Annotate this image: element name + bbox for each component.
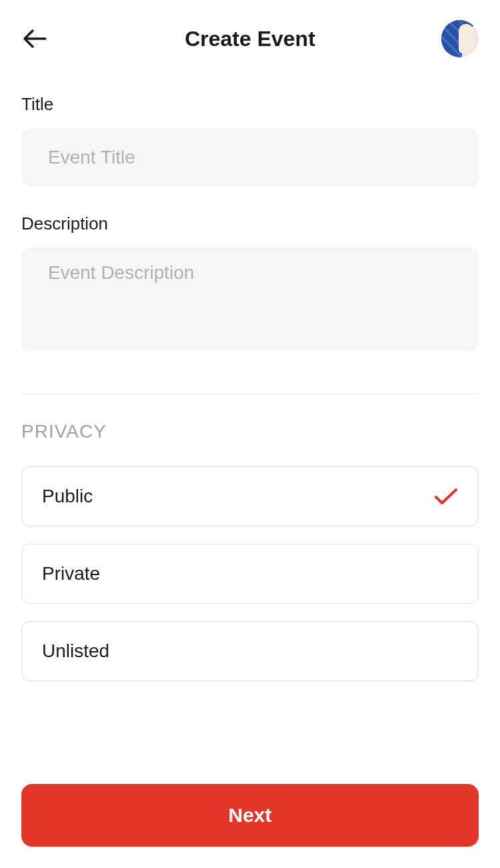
privacy-option-public[interactable]: Public [21, 466, 479, 526]
description-label: Description [21, 213, 479, 234]
title-label: Title [21, 94, 479, 115]
privacy-options: Public Private Unlisted [21, 466, 479, 681]
next-button[interactable]: Next [21, 784, 479, 847]
privacy-option-label: Private [42, 563, 100, 584]
title-input[interactable] [21, 128, 479, 187]
privacy-section-header: PRIVACY [21, 421, 479, 442]
privacy-option-private[interactable]: Private [21, 544, 479, 604]
form-content: Title Description PRIVACY Public Private… [0, 77, 500, 681]
check-icon [434, 487, 458, 506]
description-input[interactable] [21, 248, 479, 351]
privacy-option-label: Unlisted [42, 640, 109, 662]
profile-avatar[interactable] [441, 20, 479, 57]
privacy-option-unlisted[interactable]: Unlisted [21, 621, 479, 681]
back-arrow-icon [23, 29, 47, 49]
section-divider [21, 394, 479, 394]
back-button[interactable] [21, 25, 48, 52]
page-title: Create Event [185, 27, 315, 51]
privacy-option-label: Public [42, 486, 93, 507]
header: Create Event [0, 0, 500, 77]
footer: Next [21, 784, 479, 847]
